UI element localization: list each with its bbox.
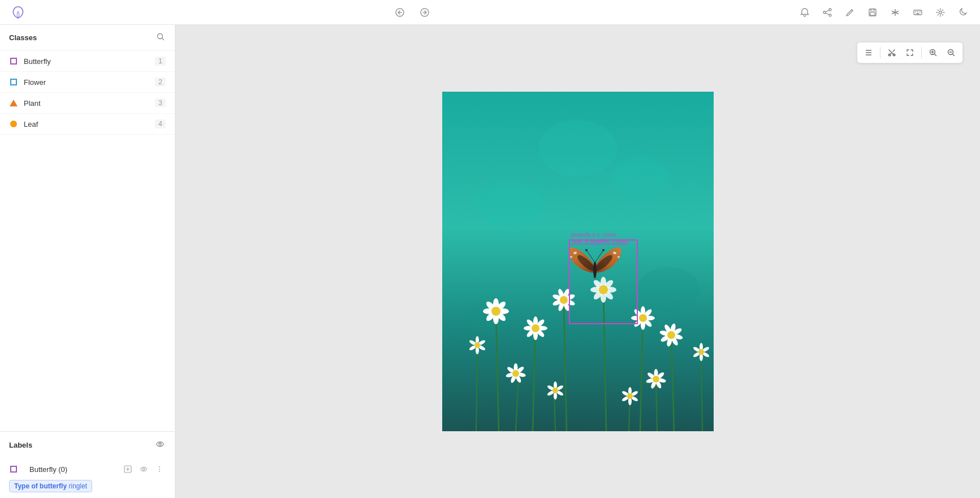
save-button[interactable] [865, 5, 880, 20]
toolbar-divider-2 [921, 47, 922, 58]
labels-title: Labels [9, 441, 32, 449]
labels-section: Labels Butterfly (0) [0, 431, 175, 498]
toolbar-zoom-out-button[interactable] [943, 45, 959, 61]
class-item-butterfly[interactable]: Butterfly 1 [0, 51, 175, 72]
toolbar-menu-button[interactable] [861, 45, 877, 61]
svg-point-162 [570, 256, 572, 258]
svg-point-90 [599, 285, 608, 294]
svg-point-23 [159, 466, 160, 467]
svg-point-80 [560, 296, 568, 304]
redo-button[interactable] [417, 5, 433, 20]
undo-button[interactable] [392, 5, 408, 20]
share-button[interactable] [819, 5, 835, 20]
pen-button[interactable] [842, 5, 858, 20]
tag-key: Type of butterfly [14, 482, 67, 490]
notification-button[interactable] [797, 5, 813, 20]
svg-point-34 [476, 182, 544, 227]
classes-search-button[interactable] [156, 32, 166, 44]
svg-point-135 [512, 370, 519, 377]
label-item-butterfly: Butterfly (0) [0, 458, 175, 480]
svg-point-35 [612, 157, 668, 196]
label-more-button[interactable] [153, 463, 166, 475]
svg-point-165 [593, 261, 597, 278]
class-icon-flower [9, 78, 18, 87]
svg-point-118 [474, 342, 480, 348]
svg-point-167 [585, 249, 588, 251]
labels-visibility-button[interactable] [154, 439, 166, 452]
svg-point-100 [639, 314, 647, 322]
tag-val: ringlet [68, 482, 87, 490]
label-tag-butterfly-type[interactable]: Type of butterfly ringlet [9, 480, 92, 492]
header [0, 0, 980, 25]
class-item-leaf[interactable]: Leaf 4 [0, 114, 175, 135]
class-count-flower: 2 [155, 78, 166, 87]
toolbar-divider-1 [880, 47, 880, 58]
canvas-area: Butterfly 0 c: 100% Type of butterfly: F… [175, 25, 980, 498]
class-icon-plant [9, 98, 18, 108]
annotated-image: Butterfly 0 c: 100% Type of butterfly: F… [442, 92, 714, 431]
svg-point-37 [637, 267, 700, 312]
dark-mode-button[interactable] [955, 5, 971, 20]
settings-button[interactable] [932, 5, 948, 20]
canvas-toolbar [857, 42, 963, 63]
label-add-button[interactable] [122, 463, 134, 475]
label-name-butterfly: Butterfly (0) [29, 465, 67, 474]
class-name-leaf: Leaf [24, 120, 155, 128]
classes-section-header: Classes [0, 25, 175, 51]
class-count-plant: 3 [155, 98, 166, 108]
labels-section-header: Labels [0, 432, 175, 458]
class-count-leaf: 4 [155, 119, 166, 128]
svg-point-126 [698, 349, 704, 355]
sidebar: Classes Butterfly 1 Flower 2 Plant [0, 25, 175, 498]
svg-point-144 [653, 376, 659, 383]
toolbar-expand-button[interactable] [902, 45, 918, 61]
svg-rect-7 [870, 12, 875, 15]
svg-point-25 [159, 471, 160, 472]
svg-point-3 [823, 11, 826, 14]
svg-point-17 [158, 34, 163, 39]
class-name-flower: Flower [24, 78, 155, 87]
svg-point-4 [829, 14, 831, 16]
toolbar-zoom-in-button[interactable] [925, 45, 941, 61]
svg-point-18 [157, 442, 163, 447]
svg-point-160 [627, 393, 633, 399]
label-color-icon [9, 465, 18, 474]
keyboard-button[interactable] [910, 5, 926, 20]
class-name-plant: Plant [24, 99, 155, 108]
header-right [797, 5, 971, 20]
svg-point-21 [141, 467, 146, 471]
svg-point-70 [532, 324, 539, 332]
svg-point-152 [552, 388, 558, 393]
svg-point-60 [491, 307, 500, 316]
header-center [392, 5, 433, 20]
svg-text:Type of butterfly: Flower: Type of butterfly: Flower [571, 238, 628, 244]
svg-text:Butterfly 0 c: 100%: Butterfly 0 c: 100% [571, 231, 616, 238]
svg-point-24 [159, 469, 160, 470]
asterisk-button[interactable] [887, 5, 903, 20]
svg-point-164 [618, 256, 620, 258]
label-visibility-button[interactable] [137, 463, 150, 475]
class-name-butterfly: Butterfly [24, 57, 155, 66]
logo-icon [9, 3, 27, 22]
scene-image: Butterfly 0 c: 100% Type of butterfly: F… [442, 92, 714, 431]
toolbar-cut-button[interactable] [884, 45, 900, 61]
label-item-left: Butterfly (0) [9, 465, 122, 474]
class-item-plant[interactable]: Plant 3 [0, 93, 175, 114]
classes-title: Classes [9, 33, 37, 42]
class-icon-butterfly [9, 57, 18, 66]
svg-point-16 [939, 11, 942, 14]
class-item-flower[interactable]: Flower 2 [0, 72, 175, 93]
main-content: Classes Butterfly 1 Flower 2 Plant [0, 25, 980, 498]
svg-point-2 [829, 8, 831, 11]
svg-point-169 [602, 249, 605, 251]
svg-point-19 [159, 443, 161, 445]
svg-point-22 [143, 468, 145, 470]
svg-point-110 [667, 331, 675, 339]
label-item-actions [122, 463, 166, 475]
class-count-butterfly: 1 [155, 57, 166, 66]
svg-point-38 [538, 120, 618, 177]
header-left [9, 3, 27, 22]
class-icon-leaf [9, 119, 18, 128]
